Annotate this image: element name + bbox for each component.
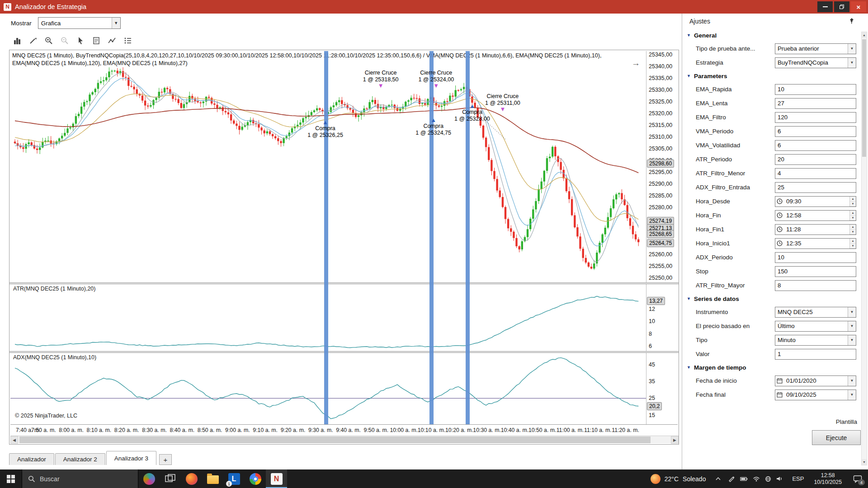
add-tab-button[interactable]: + [159, 454, 172, 465]
setting-input[interactable]: 25 [775, 182, 856, 193]
taskbar-app-game[interactable] [138, 469, 160, 488]
setting-dropdown[interactable]: Último▼ [775, 321, 856, 332]
horizontal-scrollbar[interactable]: ◀ ▶ [10, 436, 679, 443]
scrollbar-thumb[interactable] [862, 39, 866, 157]
setting-time-picker[interactable]: 09:30▲▼ [775, 196, 856, 207]
setting-input[interactable]: 6 [775, 126, 856, 137]
setting-input[interactable]: 120 [775, 112, 856, 123]
atr-axis[interactable]: 12108613,27 [646, 284, 678, 351]
setting-input[interactable]: 10 [775, 84, 856, 95]
clock[interactable]: 12:58 10/10/2025 [814, 472, 842, 486]
draw-icon[interactable] [27, 34, 39, 47]
taskbar-app-office-l[interactable]: L1 [223, 469, 245, 488]
wifi-icon[interactable] [753, 476, 760, 482]
setting-date-picker[interactable]: 01/01/2020▼ [775, 375, 856, 386]
scroll-right-icon[interactable]: ▶ [671, 436, 679, 444]
minimize-button[interactable] [817, 1, 833, 12]
close-button[interactable]: × [851, 1, 866, 12]
language-indicator[interactable]: ESP [792, 475, 804, 482]
price-axis-label: 25335,00 [649, 75, 672, 82]
chevron-down-icon[interactable]: ▼ [848, 335, 856, 345]
spinner[interactable]: ▲▼ [849, 239, 856, 249]
zoom-in-icon[interactable] [42, 34, 55, 47]
price-chart[interactable] [10, 51, 646, 282]
display-mode-select[interactable]: Grafica ▼ [38, 17, 121, 29]
setting-dropdown[interactable]: Prueba anterior▼ [775, 43, 856, 54]
setting-dropdown[interactable]: MNQ DEC25▼ [775, 307, 856, 318]
go-to-end-icon[interactable]: → [632, 58, 640, 68]
price-axis[interactable]: 25345,0025340,0025335,0025330,0025325,00… [646, 51, 678, 282]
setting-input[interactable]: 8 [775, 280, 856, 291]
properties-icon[interactable] [122, 34, 134, 47]
tray-expand-icon[interactable] [712, 476, 724, 481]
report-icon[interactable] [90, 34, 103, 47]
taskbar-app-photos[interactable] [181, 469, 202, 488]
setting-date-picker[interactable]: 09/10/2025▼ [775, 389, 856, 400]
chevron-down-icon[interactable]: ▼ [848, 44, 856, 54]
settings-scrollbar[interactable]: ▲ ▼ [861, 32, 867, 465]
spinner[interactable]: ▲▼ [849, 197, 856, 206]
chevron-down-icon[interactable]: ▼ [848, 376, 856, 386]
taskbar-app-file-explorer[interactable] [202, 469, 223, 488]
taskbar-search[interactable]: Buscar [22, 469, 138, 488]
collapse-icon[interactable]: ▼ [687, 33, 691, 38]
spinner[interactable]: ▲▼ [849, 225, 856, 235]
execute-button[interactable]: Ejecute [812, 430, 861, 445]
scroll-up-icon[interactable]: ▲ [862, 32, 867, 38]
zoom-out-icon[interactable] [58, 34, 71, 47]
spinner[interactable]: ▲▼ [849, 211, 856, 221]
section-header[interactable]: ▼Margen de tiempo [682, 361, 868, 374]
indicator-icon[interactable] [106, 34, 118, 47]
chevron-down-icon[interactable]: ▼ [848, 390, 856, 400]
restore-button[interactable] [834, 1, 849, 12]
setting-input[interactable]: 6 [775, 140, 856, 151]
plantilla-link[interactable]: Plantilla [836, 418, 857, 425]
chevron-down-icon[interactable]: ▼ [112, 18, 120, 28]
weather-widget[interactable]: 22°C Soleado [644, 469, 712, 488]
tab-analizador[interactable]: Analizador [9, 453, 54, 465]
setting-input[interactable]: 150 [775, 266, 856, 277]
atr-axis-label: 12 [649, 305, 655, 313]
network-icon[interactable] [765, 476, 771, 482]
setting-dropdown[interactable]: BuyTrendNQCopia▼ [775, 57, 856, 68]
collapse-icon[interactable]: ▼ [687, 365, 691, 370]
adx-pane[interactable]: ADX(MNQ DEC25 (1 Minuto),10) [10, 353, 646, 424]
setting-label: ATR_Filtro_Mayor [696, 282, 775, 289]
tab-analizador-2[interactable]: Analizador 2 [55, 453, 105, 465]
adx-axis[interactable]: 4535251520,2 [646, 353, 678, 424]
collapse-icon[interactable]: ▼ [687, 74, 691, 78]
scroll-left-icon[interactable]: ◀ [10, 436, 18, 444]
atr-pane[interactable]: ATR(MNQ DEC25 (1 Minuto),20) [10, 284, 646, 351]
setting-dropdown[interactable]: Minuto▼ [775, 335, 856, 346]
scroll-down-icon[interactable]: ▼ [862, 459, 867, 465]
taskbar-app-ninjatrader[interactable]: N [266, 469, 287, 488]
tab-analizador-3[interactable]: Analizador 3 [106, 451, 156, 465]
setting-input[interactable]: 20 [775, 154, 856, 165]
section-header[interactable]: ▼Series de datos [682, 292, 868, 305]
pointer-icon[interactable] [74, 34, 87, 47]
volume-icon[interactable] [776, 476, 783, 482]
battery-icon[interactable] [740, 476, 748, 482]
chevron-down-icon[interactable]: ▼ [848, 307, 856, 317]
setting-input[interactable]: 10 [775, 252, 856, 263]
setting-input[interactable]: 1 [775, 349, 856, 360]
pen-icon[interactable] [728, 475, 735, 482]
time-axis-label: 11:10 a. m. [584, 427, 612, 433]
chevron-down-icon[interactable]: ▼ [848, 58, 856, 68]
section-header[interactable]: ▼Parameters [682, 70, 868, 82]
setting-time-picker[interactable]: 12:35▲▼ [775, 238, 856, 249]
setting-input[interactable]: 4 [775, 168, 856, 179]
setting-time-picker[interactable]: 11:28▲▼ [775, 224, 856, 235]
start-button[interactable] [0, 469, 22, 488]
scrollbar-thumb[interactable] [19, 436, 651, 443]
setting-input[interactable]: 27 [775, 98, 856, 109]
section-header[interactable]: ▼General [682, 29, 868, 42]
collapse-icon[interactable]: ▼ [687, 296, 691, 301]
chevron-down-icon[interactable]: ▼ [848, 321, 856, 331]
setting-time-picker[interactable]: 12:58▲▼ [775, 210, 856, 221]
notification-center[interactable]: 4 [847, 469, 868, 488]
taskbar-app-browser[interactable] [245, 469, 266, 488]
chart-style-icon[interactable] [11, 34, 24, 47]
taskbar-app-task-view[interactable] [160, 469, 181, 488]
pin-icon[interactable] [848, 18, 854, 25]
